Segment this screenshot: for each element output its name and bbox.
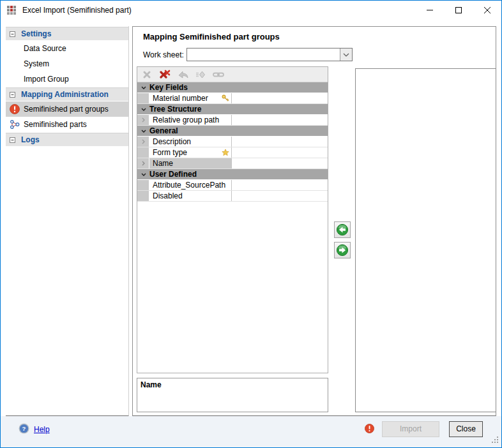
- item-label: System: [24, 59, 49, 68]
- close-window-button[interactable]: [473, 1, 501, 20]
- group-header-user-defined[interactable]: User Defined: [137, 169, 328, 180]
- mapping-value-cell[interactable]: [232, 137, 328, 147]
- unmap-column-button[interactable]: [334, 242, 351, 258]
- close-icon: [484, 7, 491, 13]
- worksheet-selected-value: [187, 49, 340, 61]
- field-detail-title: Name: [141, 380, 162, 389]
- chevron-right-icon: [142, 117, 145, 123]
- delete-mapping-button[interactable]: [140, 68, 154, 81]
- import-button[interactable]: Import: [382, 421, 439, 437]
- navigation-sidebar: Settings Data Source System Import Group…: [6, 26, 129, 417]
- grid-row-material-number[interactable]: Material number: [137, 93, 328, 104]
- group-label: User Defined: [149, 170, 197, 179]
- sidebar-item-semifinished-parts[interactable]: Semifinished parts: [6, 117, 128, 132]
- maximize-button[interactable]: [444, 1, 473, 20]
- grid-row-relative-group-path[interactable]: Relative group path: [137, 115, 328, 126]
- field-detail-box: Name: [137, 378, 328, 412]
- close-button[interactable]: Close: [449, 421, 483, 437]
- collapse-icon[interactable]: [10, 31, 15, 37]
- group-header-general[interactable]: General: [137, 126, 328, 137]
- row-selector[interactable]: [137, 137, 149, 147]
- field-mapping-grid: Key Fields Material number: [137, 82, 328, 202]
- excel-import-dialog: Excel Import (Semifinished part) Setting…: [0, 0, 502, 448]
- field-label: Material number: [153, 94, 208, 103]
- resize-grip[interactable]: [491, 436, 499, 445]
- grid-row-disabled[interactable]: Disabled: [137, 191, 328, 202]
- sidebar-section-settings[interactable]: Settings: [6, 27, 128, 40]
- group-label: General: [149, 126, 178, 135]
- key-icon: [222, 94, 229, 104]
- mapping-value-cell[interactable]: [232, 147, 328, 158]
- sidebar-item-data-source[interactable]: Data Source: [6, 41, 128, 56]
- minimize-button[interactable]: [415, 1, 444, 20]
- delete-all-icon: [160, 70, 171, 79]
- chevron-right-icon: [142, 139, 145, 144]
- sidebar-item-import-group[interactable]: Import Group: [6, 71, 128, 87]
- row-selector[interactable]: [137, 147, 149, 158]
- row-selector[interactable]: [137, 93, 149, 103]
- grid-row-name[interactable]: Name: [137, 158, 328, 169]
- item-label: Semifinished parts: [24, 120, 87, 129]
- auto-map-button[interactable]: [194, 68, 208, 81]
- help-icon[interactable]: ?: [19, 423, 29, 436]
- chevron-right-icon: [142, 161, 145, 166]
- field-label: Description: [153, 137, 191, 146]
- sidebar-section-logs[interactable]: Logs: [6, 133, 128, 146]
- item-label: Import Group: [24, 75, 69, 84]
- svg-text:?: ?: [22, 425, 26, 432]
- row-selector[interactable]: [137, 191, 149, 201]
- window-title: Excel Import (Semifinished part): [22, 1, 132, 20]
- sidebar-item-system[interactable]: System: [6, 56, 128, 71]
- combo-dropdown-button[interactable]: [340, 49, 352, 61]
- minimize-icon: [427, 7, 433, 13]
- maximize-icon: [455, 7, 462, 13]
- sidebar-item-semifinished-part-groups[interactable]: Semifinished part groups: [6, 101, 128, 117]
- sidebar-section-mapping-administration[interactable]: Mapping Administration: [6, 87, 128, 101]
- mapping-value-cell[interactable]: [232, 158, 328, 168]
- row-selector[interactable]: [137, 158, 149, 168]
- field-label: Disabled: [153, 191, 183, 200]
- group-header-tree-structure[interactable]: Tree Structure: [137, 104, 328, 115]
- dialog-footer: ? Help Import Close: [1, 416, 501, 447]
- mapping-value-cell[interactable]: [232, 191, 328, 201]
- row-selector[interactable]: [137, 180, 149, 190]
- row-selector[interactable]: [137, 115, 149, 125]
- title-bar[interactable]: Excel Import (Semifinished part): [1, 1, 501, 20]
- mapping-toolbar: [137, 67, 328, 82]
- group-header-key-fields[interactable]: Key Fields: [137, 82, 328, 93]
- collapse-icon[interactable]: [10, 92, 15, 98]
- mapping-grid-container: Key Fields Material number: [137, 66, 328, 373]
- field-label: Name: [153, 159, 173, 168]
- worksheet-combobox[interactable]: [186, 48, 353, 61]
- field-label: Attribute_SourcePath: [153, 181, 225, 190]
- delete-icon: [142, 70, 151, 79]
- link-button[interactable]: [211, 68, 225, 81]
- mapping-panel: Mapping Semifinished part groups Work sh…: [132, 26, 496, 417]
- group-label: Key Fields: [149, 83, 188, 92]
- mapping-value-cell[interactable]: [232, 180, 328, 190]
- delete-all-mappings-button[interactable]: [158, 68, 172, 81]
- worksheet-columns-list[interactable]: [355, 68, 496, 412]
- grid-row-attribute-sourcepath[interactable]: Attribute_SourcePath: [137, 180, 328, 191]
- grid-row-form-type[interactable]: Form type: [137, 147, 328, 158]
- section-label: Mapping Administration: [21, 90, 109, 99]
- map-column-button[interactable]: [334, 221, 351, 238]
- mapping-value-cell[interactable]: [232, 93, 328, 103]
- grid-row-description[interactable]: Description: [137, 137, 328, 147]
- help-link[interactable]: Help: [34, 425, 50, 434]
- mapping-value-cell[interactable]: [232, 115, 328, 125]
- page-title: Mapping Semifinished part groups: [143, 32, 280, 41]
- chevron-down-icon: [141, 86, 146, 89]
- chevron-down-icon: [141, 173, 146, 176]
- worksheet-label: Work sheet:: [143, 50, 184, 59]
- undo-button[interactable]: [176, 68, 190, 81]
- chevron-down-icon: [141, 130, 146, 133]
- collapse-icon[interactable]: [10, 137, 15, 143]
- chevron-down-icon: [343, 53, 349, 57]
- field-label: Form type: [153, 148, 187, 157]
- group-label: Tree Structure: [149, 105, 201, 114]
- item-label: Semifinished part groups: [24, 105, 109, 114]
- app-icon: [6, 5, 17, 15]
- green-arrow-right-icon: [336, 244, 349, 257]
- chevron-down-icon: [141, 108, 146, 111]
